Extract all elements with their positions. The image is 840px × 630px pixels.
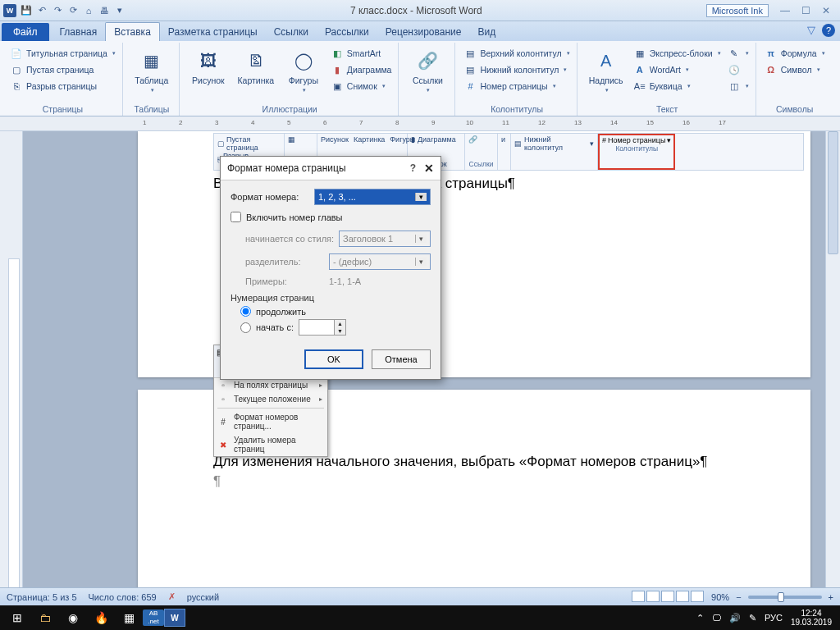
signature-button[interactable]: ✎	[726, 46, 751, 61]
equation-button[interactable]: πФормула	[763, 46, 827, 61]
group-hf-label: Колонтитулы	[462, 103, 571, 116]
tab-insert[interactable]: Вставка	[105, 22, 160, 41]
tray-language[interactable]: РУС	[765, 613, 783, 623]
start-button[interactable]: ⊞	[3, 607, 31, 628]
ctx-current[interactable]: ▫Текущее положение▸	[214, 392, 327, 406]
picture-button[interactable]: 🖼Рисунок	[186, 44, 231, 85]
dialog-titlebar[interactable]: Формат номера страницы ? ✕	[221, 157, 441, 180]
tab-layout[interactable]: Разметка страницы	[160, 23, 266, 41]
highlighted-page-number: # Номер страницы ▾ Колонтитулы	[598, 134, 675, 170]
links-button[interactable]: 🔗Ссылки	[405, 44, 450, 94]
quickparts-button[interactable]: ▦Экспресс-блоки	[632, 46, 723, 61]
group-symbols-label: Символы	[763, 103, 827, 116]
tray-clock[interactable]: 12:24 19.03.2019	[791, 609, 832, 627]
shapes-icon: ◯	[290, 48, 317, 74]
tab-home[interactable]: Главная	[52, 23, 106, 41]
textbox-button[interactable]: AНадпись	[584, 44, 628, 94]
home-icon[interactable]: ⌂	[82, 4, 95, 17]
qat-more-icon[interactable]: ▾	[113, 4, 126, 17]
ctx-format[interactable]: #Формат номеров страниц...	[214, 410, 327, 433]
tray-volume-icon[interactable]: 🔊	[729, 613, 741, 623]
horizontal-ruler[interactable]: 123 456 789 101112 131415 1617	[0, 116, 840, 131]
tab-review[interactable]: Рецензирование	[377, 23, 470, 41]
maximize-icon[interactable]: ☐	[801, 5, 810, 16]
wordart-button[interactable]: AWordArt	[632, 62, 723, 77]
tab-view[interactable]: Вид	[469, 23, 504, 41]
dialog-close-icon[interactable]: ✕	[424, 162, 434, 175]
ok-button[interactable]: OK	[304, 349, 363, 369]
status-words[interactable]: Число слов: 659	[89, 592, 157, 602]
dropcap-icon: A≡	[633, 80, 646, 93]
zoom-in-icon[interactable]: +	[829, 592, 833, 602]
spin-up-icon[interactable]: ▲	[335, 320, 345, 327]
examples-label: Примеры:	[245, 276, 324, 286]
chrome-icon[interactable]: ◉	[59, 607, 87, 628]
calculator-icon[interactable]: ▦	[115, 607, 143, 628]
start-at-input[interactable]	[299, 320, 334, 335]
start-at-spinner[interactable]: ▲▼	[299, 319, 346, 336]
word-taskbar-icon[interactable]: W	[164, 609, 185, 627]
smartart-icon: ◧	[331, 47, 344, 60]
object-button[interactable]: ◫	[726, 79, 751, 94]
explorer-icon[interactable]: 🗀	[31, 607, 59, 628]
zoom-level[interactable]: 90%	[711, 592, 729, 602]
separator-select: - (дефис)▾	[329, 253, 431, 270]
ink-button[interactable]: Microsoft Ink	[706, 4, 769, 17]
tray-pen-icon[interactable]: ✎	[749, 613, 756, 623]
clipart-button[interactable]: 🖻Картинка	[234, 44, 278, 85]
numeration-label: Нумерация страниц	[231, 293, 431, 303]
screenshot-button[interactable]: ▣Снимок	[329, 79, 394, 94]
print-icon[interactable]: 🖶	[98, 4, 111, 17]
help-icon[interactable]: ?	[822, 24, 835, 37]
number-format-select[interactable]: 1, 2, 3, ...▾	[314, 189, 431, 205]
minimize-icon[interactable]: —	[780, 5, 790, 16]
tab-references[interactable]: Ссылки	[266, 23, 317, 41]
footer-button[interactable]: ▤Нижний колонтитул	[462, 62, 571, 77]
zoom-slider[interactable]	[748, 596, 822, 599]
tray-monitor-icon[interactable]: 🖵	[712, 613, 721, 623]
undo-icon[interactable]: ↶	[35, 4, 48, 17]
include-chapter-checkbox[interactable]: Включить номер главы	[231, 212, 431, 222]
chart-button[interactable]: ▮Диаграмма	[329, 62, 394, 77]
view-mode-icons[interactable]	[631, 591, 705, 604]
symbol-button[interactable]: ΩСимвол	[763, 62, 827, 77]
dialog-help-icon[interactable]: ?	[410, 162, 416, 174]
spin-down-icon[interactable]: ▼	[335, 327, 345, 335]
system-tray: ⌃ 🖵 🔊 ✎ РУС 12:24 19.03.2019	[696, 609, 837, 627]
close-icon[interactable]: ✕	[822, 5, 830, 16]
cancel-button[interactable]: Отмена	[372, 349, 431, 369]
tray-up-icon[interactable]: ⌃	[696, 613, 704, 623]
status-page[interactable]: Страница: 5 из 5	[7, 592, 77, 602]
dropcap-button[interactable]: A≡Буквица	[632, 79, 723, 94]
page-number-button[interactable]: #Номер страницы	[462, 79, 571, 94]
scrollbar-thumb[interactable]	[828, 131, 838, 254]
start-at-radio[interactable]	[240, 322, 251, 333]
smartart-button[interactable]: ◧SmartArt	[329, 46, 394, 61]
cover-page-button[interactable]: 📄Титульная страница	[8, 46, 117, 61]
tab-file[interactable]: Файл	[2, 23, 49, 41]
window-controls: — ☐ ✕	[774, 5, 837, 16]
tab-mailings[interactable]: Рассылки	[317, 23, 377, 41]
vertical-scrollbar[interactable]	[825, 131, 840, 587]
ctx-margins[interactable]: ▫На полях страницы▸	[214, 378, 327, 392]
vertical-ruler[interactable]	[8, 258, 20, 605]
header-button[interactable]: ▤Верхний колонтитул	[462, 46, 571, 61]
ctx-remove[interactable]: ✖Удалить номера страниц	[214, 433, 327, 456]
datetime-button[interactable]: 🕓	[726, 62, 751, 77]
page-break-button[interactable]: ⎘Разрыв страницы	[8, 79, 117, 94]
refresh-icon[interactable]: ⟳	[66, 4, 80, 17]
textbox-icon: A	[593, 48, 619, 74]
include-chapter-input[interactable]	[231, 212, 241, 222]
shapes-button[interactable]: ◯Фигуры	[281, 44, 326, 94]
status-proof-icon[interactable]: ✗	[168, 591, 176, 602]
blank-page-button[interactable]: ▢Пустая страница	[8, 62, 117, 77]
zoom-out-icon[interactable]: −	[736, 592, 741, 602]
status-language[interactable]: русский	[187, 592, 219, 602]
ribbon-minimize-icon[interactable]: ▽	[807, 24, 815, 37]
table-button[interactable]: ▦Таблица	[130, 44, 174, 94]
save-icon[interactable]: 💾	[20, 4, 33, 17]
abnet-icon[interactable]: АВ.net	[143, 609, 164, 626]
redo-icon[interactable]: ↷	[51, 4, 64, 17]
continue-radio[interactable]	[240, 306, 251, 317]
flame-icon[interactable]: 🔥	[87, 607, 115, 628]
